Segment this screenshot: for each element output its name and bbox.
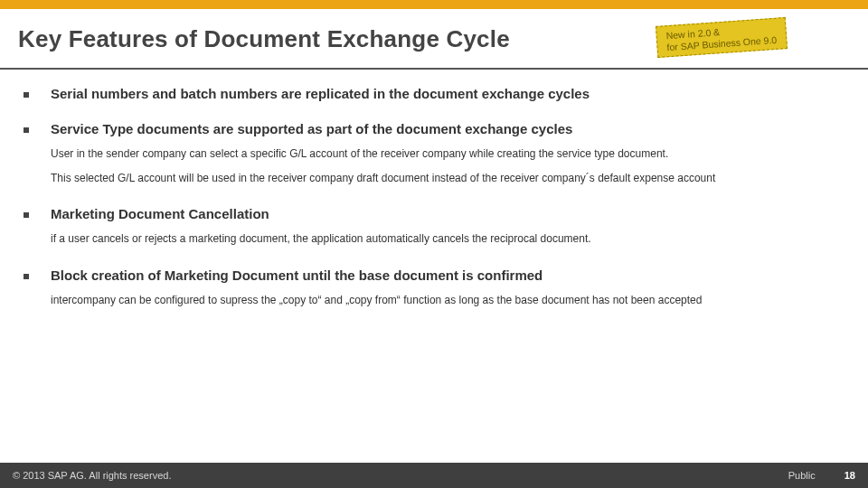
bullet-icon [24, 92, 29, 98]
feature-subtext: User in the sender company can select a … [51, 145, 848, 163]
feature-subtext: intercompany can be configured to supres… [51, 292, 848, 309]
footer-right: Public 18 [788, 463, 855, 488]
feature-row: Serial numbers and batch numbers are rep… [24, 86, 848, 101]
feature-subtext: if a user cancels or rejects a marketing… [51, 230, 848, 248]
feature-item: Serial numbers and batch numbers are rep… [24, 86, 848, 101]
bullet-icon [24, 274, 29, 279]
slide-header: Key Features of Document Exchange Cycle … [0, 9, 868, 70]
slide-content: Serial numbers and batch numbers are rep… [0, 70, 868, 308]
feature-row: Block creation of Marketing Document unt… [24, 267, 848, 283]
feature-item: Block creation of Marketing Document unt… [24, 267, 848, 309]
feature-heading: Marketing Document Cancellation [51, 206, 269, 221]
bullet-icon [24, 212, 29, 218]
feature-item: Marketing Document Cancellation if a use… [24, 206, 848, 248]
feature-heading: Serial numbers and batch numbers are rep… [51, 86, 590, 101]
bullet-icon [24, 127, 29, 133]
feature-row: Service Type documents are supported as … [24, 121, 848, 136]
footer-copyright: © 2013 SAP AG. All rights reserved. [13, 463, 171, 488]
footer-page-number: 18 [844, 463, 855, 488]
feature-heading: Block creation of Marketing Document unt… [51, 267, 542, 283]
top-accent-bar [0, 0, 868, 9]
feature-heading: Service Type documents are supported as … [51, 121, 572, 136]
footer-classification: Public [788, 463, 816, 488]
feature-row: Marketing Document Cancellation [24, 206, 848, 221]
slide-footer: © 2013 SAP AG. All rights reserved. Publ… [0, 463, 868, 488]
feature-subtext: This selected G/L account will be used i… [51, 170, 848, 187]
feature-item: Service Type documents are supported as … [24, 121, 848, 186]
